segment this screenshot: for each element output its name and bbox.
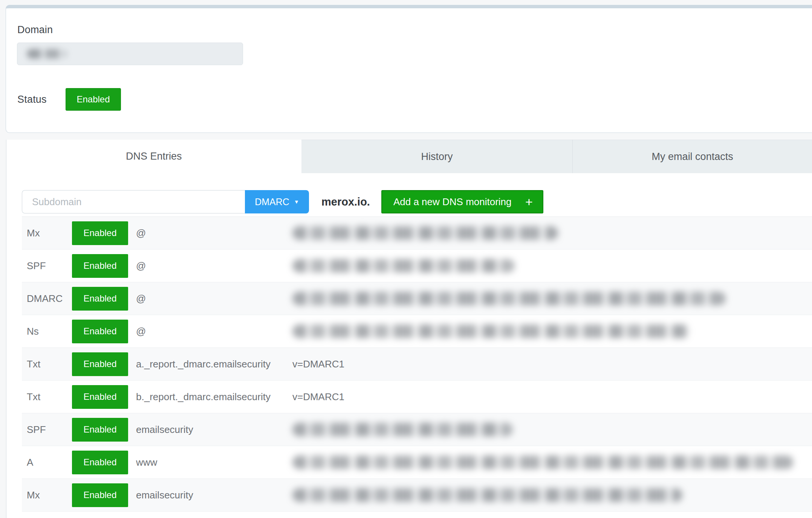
caret-down-icon: ▼ [294, 199, 299, 204]
record-type: SPF [22, 260, 72, 272]
record-name: @ [136, 260, 284, 272]
table-row: Mx Enabled emailsecurity [22, 479, 812, 512]
plus-icon: + [525, 195, 533, 208]
record-type: Mx [22, 489, 72, 501]
table-row: Txt Enabled b._report._dmarc.emailsecuri… [22, 381, 812, 413]
record-type-selected-label: DMARC [255, 197, 289, 207]
record-status-badge[interactable]: Enabled [72, 451, 128, 474]
tab-dns-entries[interactable]: DNS Entries [6, 140, 301, 173]
table-row: Txt Enabled a._report._dmarc.emailsecuri… [22, 348, 812, 381]
tab-history[interactable]: History [301, 140, 573, 173]
record-status-badge[interactable]: Enabled [72, 385, 128, 409]
domain-suffix-label: merox.io. [321, 196, 370, 208]
redacted-value [292, 488, 682, 502]
dns-table: Mx Enabled @ SPF Enabled @ DMARC Enabled… [22, 216, 812, 512]
table-row: A Enabled www [22, 446, 812, 479]
record-type: Txt [22, 358, 72, 370]
record-status-badge[interactable]: Enabled [72, 221, 128, 245]
record-name: emailsecurity [136, 424, 284, 436]
record-type: DMARC [22, 293, 72, 305]
record-name: a._report._dmarc.emailsecurity [136, 358, 284, 370]
record-type: Mx [22, 227, 72, 239]
record-value [292, 226, 812, 240]
domain-value-redacted [27, 49, 66, 59]
record-value [292, 423, 812, 436]
record-type: SPF [22, 424, 72, 436]
record-value [292, 292, 812, 305]
record-value: v=DMARC1 [292, 358, 812, 370]
table-row: Mx Enabled @ [22, 217, 812, 250]
redacted-value [292, 259, 515, 273]
redacted-value [292, 456, 794, 469]
record-type-dropdown[interactable]: DMARC ▼ [245, 190, 309, 213]
redacted-value [292, 226, 558, 240]
add-dns-monitoring-button[interactable]: Add a new DNS monitoring + [381, 190, 543, 213]
tab-bar: DNS Entries History My email contacts [6, 140, 812, 173]
record-name: @ [136, 326, 284, 337]
record-value [292, 456, 812, 469]
domain-card: Domain Status Enabled [6, 5, 812, 133]
record-value [292, 488, 812, 502]
record-name: @ [136, 227, 284, 239]
record-status-badge[interactable]: Enabled [72, 320, 128, 343]
record-type: A [22, 457, 72, 468]
record-name: emailsecurity [136, 489, 284, 501]
subdomain-input[interactable] [22, 190, 245, 213]
table-row: Ns Enabled @ [22, 315, 812, 348]
domain-input[interactable] [17, 43, 243, 65]
status-enabled-button[interactable]: Enabled [66, 88, 121, 111]
table-row: SPF Enabled emailsecurity [22, 413, 812, 446]
status-label: Status [17, 94, 47, 105]
record-name: www [136, 457, 284, 468]
record-value [292, 325, 812, 338]
record-status-badge[interactable]: Enabled [72, 418, 128, 442]
page: Domain Status Enabled DNS Entries Histor… [0, 0, 812, 518]
record-type: Txt [22, 391, 72, 403]
table-row: SPF Enabled @ [22, 250, 812, 282]
record-value: v=DMARC1 [292, 391, 812, 403]
record-status-badge[interactable]: Enabled [72, 483, 128, 507]
domain-label: Domain [17, 24, 53, 36]
redacted-value [292, 423, 513, 436]
dns-section: DNS Entries History My email contacts DM… [6, 140, 812, 518]
record-name: b._report._dmarc.emailsecurity [136, 391, 284, 403]
record-status-badge[interactable]: Enabled [72, 352, 128, 376]
record-name: @ [136, 293, 284, 305]
redacted-value [292, 292, 726, 305]
table-row: DMARC Enabled @ [22, 282, 812, 315]
tab-my-email-contacts[interactable]: My email contacts [572, 140, 812, 173]
record-status-badge[interactable]: Enabled [72, 254, 128, 278]
record-value [292, 259, 812, 273]
redacted-value [292, 325, 690, 338]
add-dns-monitoring-label: Add a new DNS monitoring [393, 196, 512, 208]
record-type: Ns [22, 326, 72, 337]
record-status-badge[interactable]: Enabled [72, 287, 128, 311]
dns-toolbar: DMARC ▼ merox.io. Add a new DNS monitori… [22, 190, 543, 213]
